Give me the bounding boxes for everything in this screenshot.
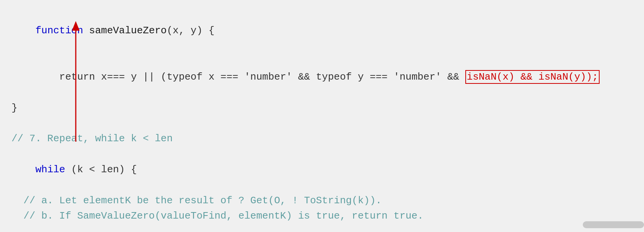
code-line-5: // 7. Repeat, while k < len <box>11 131 633 146</box>
code-line-6: while (k < len) { <box>11 147 633 193</box>
code-line-blank-1 <box>11 116 633 131</box>
keyword-function: function <box>35 25 89 36</box>
code-line-2: return x=== y || (typeof x === 'number' … <box>11 54 633 100</box>
code-line-3: } <box>11 100 633 116</box>
code-line-9: if (sameValueZero(o[k], valueToFind)) { <box>11 224 633 232</box>
code-line-7: // a. Let elementK be the result of ? Ge… <box>11 193 633 208</box>
code-plain: === y || (typeof x === 'number' && typeo… <box>107 71 465 83</box>
code-indent: return x <box>35 71 107 83</box>
highlight-isnan: isNaN(x) && isNaN(y)); <box>465 70 600 84</box>
keyword-while: while <box>35 164 65 175</box>
code-line-1: function sameValueZero(x, y) { <box>11 8 633 54</box>
code-plain: (x, y) { <box>167 25 215 36</box>
fn-name: sameValueZero <box>89 25 167 36</box>
code-line-8: // b. If SameValueZero(valueToFind, elem… <box>11 208 633 224</box>
code-viewer: function sameValueZero(x, y) { return x=… <box>0 0 644 232</box>
code-plain: (k < len) { <box>65 164 137 175</box>
horizontal-scrollbar[interactable] <box>583 221 644 228</box>
